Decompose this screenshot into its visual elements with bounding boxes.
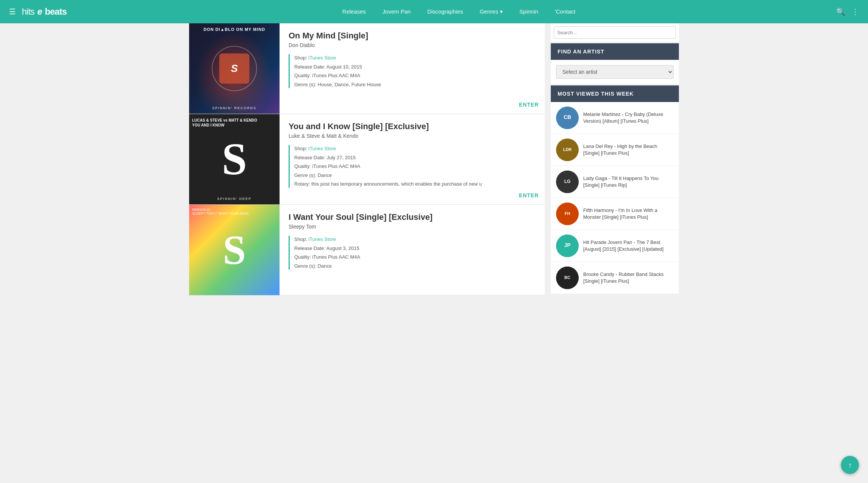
album-thumbnail: CB bbox=[556, 107, 579, 129]
release-date: Release Date: August 3, 2015 bbox=[294, 245, 536, 252]
album-label-text: SPINNIN' DEEP bbox=[189, 197, 280, 201]
release-details: Shop: iTunes Store Release Date: July 27… bbox=[289, 145, 536, 188]
release-info: I Want Your Soul [Single] [Exclusive] Sl… bbox=[280, 205, 545, 295]
album-thumbnail: FH bbox=[556, 203, 579, 225]
most-viewed-title: Melanie Martinez - Cry Baby (Deluxe Vers… bbox=[583, 111, 674, 125]
release-shop: Shop: iTunes Store bbox=[294, 54, 536, 62]
release-quality: Quality: iTunes Plus AAC M4A bbox=[294, 253, 536, 261]
most-viewed-title: Brooke Candy - Rubber Band Stacks [Singl… bbox=[583, 271, 674, 285]
release-card: DON DI▲BLO ON MY MIND S SPINNIN' RECORDS… bbox=[189, 23, 545, 114]
nav-discographies[interactable]: Discographies bbox=[419, 0, 471, 23]
list-item[interactable]: JP Hit Parade Jovem Pan - The 7 Best [Au… bbox=[551, 230, 679, 262]
release-date: Release Date: August 10, 2015 bbox=[294, 63, 536, 71]
release-details: Shop: iTunes Store Release Date: August … bbox=[289, 236, 536, 270]
release-artist: Luke & Steve & Matt & Kendo bbox=[289, 133, 536, 139]
right-sidebar: FIND AN ARTIST Select an artist MOST VIE… bbox=[551, 23, 679, 296]
release-title: You and I Know [Single] [Exclusive] bbox=[289, 122, 536, 131]
nav-contact[interactable]: 'Contact bbox=[547, 0, 584, 23]
list-item[interactable]: BC Brooke Candy - Rubber Band Stacks [Si… bbox=[551, 262, 679, 294]
svg-text:LG: LG bbox=[564, 179, 571, 184]
release-shop: Shop: iTunes Store bbox=[294, 145, 536, 152]
release-card: PERSO5.81SLEEPY TOM | I WANT YOUR SOUL S… bbox=[189, 205, 545, 296]
album-artist-text: LUCAS & STEVE vs MATT & KENDOYOU AND I K… bbox=[192, 118, 257, 128]
album-thumbnail: LDR bbox=[556, 139, 579, 161]
nav-genres[interactable]: Genres ▾ bbox=[471, 0, 511, 23]
nav-releases[interactable]: Releases bbox=[334, 0, 374, 23]
svg-text:LDR: LDR bbox=[563, 147, 572, 152]
release-info: On My Mind [Single] Don Diablo Shop: iTu… bbox=[280, 23, 545, 114]
header: ☰ hits e beats Releases Jovem Pan Discog… bbox=[0, 0, 868, 23]
spinnin-s-logo: S bbox=[223, 226, 246, 274]
release-info: You and I Know [Single] [Exclusive] Luke… bbox=[280, 114, 545, 204]
nav-spinnin[interactable]: Spinnin bbox=[511, 0, 547, 23]
nav-jovem-pan[interactable]: Jovem Pan bbox=[374, 0, 419, 23]
release-genre: Genre (s): Dance bbox=[294, 172, 536, 179]
itunes-link[interactable]: iTunes Store bbox=[309, 146, 336, 151]
svg-text:FH: FH bbox=[565, 211, 570, 216]
release-title: On My Mind [Single] bbox=[289, 31, 536, 41]
list-item[interactable]: LDR Lana Del Rey - High by the Beach [Si… bbox=[551, 134, 679, 166]
release-card: LUCAS & STEVE vs MATT & KENDOYOU AND I K… bbox=[189, 114, 545, 205]
album-thumbnail: LG bbox=[556, 171, 579, 193]
more-options-icon[interactable]: ⋮ bbox=[851, 7, 859, 16]
search-icon[interactable]: 🔍 bbox=[836, 7, 845, 16]
svg-text:CB: CB bbox=[564, 114, 571, 120]
most-viewed-title: Fifth Harmony - I'm In Love With a Monst… bbox=[583, 207, 674, 221]
release-quality: Quality: iTunes Plus AAC M4A bbox=[294, 72, 536, 79]
album-thumbnail: JP bbox=[556, 235, 579, 257]
list-item[interactable]: FH Fifth Harmony - I'm In Love With a Mo… bbox=[551, 198, 679, 230]
header-icons: 🔍 ⋮ bbox=[836, 7, 859, 16]
main-layout: DON DI▲BLO ON MY MIND S SPINNIN' RECORDS… bbox=[189, 23, 679, 303]
most-viewed-title: Lady Gaga - Till It Happens To You [Sing… bbox=[583, 175, 674, 189]
release-quality: Quality: iTunes Plus AAC M4A bbox=[294, 163, 536, 170]
sidebar-search-input[interactable] bbox=[554, 26, 676, 39]
most-viewed-header: MOST VIEWED THIS WEEK bbox=[551, 85, 679, 102]
release-artist: Don Diablo bbox=[289, 42, 536, 48]
release-rotary: Rotary: this post has temporary announce… bbox=[294, 180, 536, 188]
release-details: Shop: iTunes Store Release Date: August … bbox=[289, 54, 536, 88]
release-genre: Genre (s): House, Dance, Future House bbox=[294, 81, 536, 88]
most-viewed-list: CB Melanie Martinez - Cry Baby (Deluxe V… bbox=[551, 102, 679, 294]
list-item[interactable]: CB Melanie Martinez - Cry Baby (Deluxe V… bbox=[551, 102, 679, 134]
enter-button[interactable]: ENTER bbox=[519, 102, 539, 108]
spinnin-s-logo: S bbox=[222, 133, 247, 185]
release-artist: Sleepy Tom bbox=[289, 224, 536, 230]
site-logo[interactable]: hits e beats bbox=[22, 6, 67, 17]
menu-icon[interactable]: ☰ bbox=[9, 7, 16, 16]
album-thumbnail: BC bbox=[556, 267, 579, 289]
album-label-text: SPINNIN' RECORDS bbox=[189, 106, 280, 110]
main-nav: Releases Jovem Pan Discographies Genres … bbox=[82, 0, 836, 23]
release-genre: Genre (s): Dance bbox=[294, 262, 536, 270]
release-artwork: PERSO5.81SLEEPY TOM | I WANT YOUR SOUL S bbox=[189, 205, 280, 295]
find-artist-section: FIND AN ARTIST Select an artist bbox=[551, 43, 679, 84]
album-title-text: DON DI▲BLO ON MY MIND bbox=[189, 27, 280, 32]
most-viewed-title: Lana Del Rey - High by the Beach [Single… bbox=[583, 143, 674, 157]
sidebar-search-box bbox=[551, 23, 679, 42]
list-item[interactable]: LG Lady Gaga - Till It Happens To You [S… bbox=[551, 166, 679, 198]
release-artwork: DON DI▲BLO ON MY MIND S SPINNIN' RECORDS bbox=[189, 23, 280, 114]
find-artist-body: Select an artist bbox=[551, 60, 679, 84]
releases-list: DON DI▲BLO ON MY MIND S SPINNIN' RECORDS… bbox=[189, 23, 545, 296]
most-viewed-section: MOST VIEWED THIS WEEK CB Melanie Martine… bbox=[551, 85, 679, 294]
svg-text:BC: BC bbox=[564, 275, 570, 280]
release-title: I Want Your Soul [Single] [Exclusive] bbox=[289, 212, 536, 222]
most-viewed-title: Hit Parade Jovem Pan - The 7 Best [Augus… bbox=[583, 239, 674, 253]
release-artwork: LUCAS & STEVE vs MATT & KENDOYOU AND I K… bbox=[189, 114, 280, 204]
find-artist-header: FIND AN ARTIST bbox=[551, 43, 679, 60]
release-date: Release Date: July 27, 2015 bbox=[294, 154, 536, 162]
enter-button[interactable]: ENTER bbox=[519, 192, 539, 198]
album-artist-small: PERSO5.81SLEEPY TOM | I WANT YOUR SOUL bbox=[192, 208, 249, 215]
artist-select[interactable]: Select an artist bbox=[556, 65, 674, 79]
itunes-link[interactable]: iTunes Store bbox=[309, 236, 336, 242]
release-shop: Shop: iTunes Store bbox=[294, 236, 536, 243]
svg-text:JP: JP bbox=[564, 242, 570, 248]
itunes-link[interactable]: iTunes Store bbox=[309, 55, 336, 61]
